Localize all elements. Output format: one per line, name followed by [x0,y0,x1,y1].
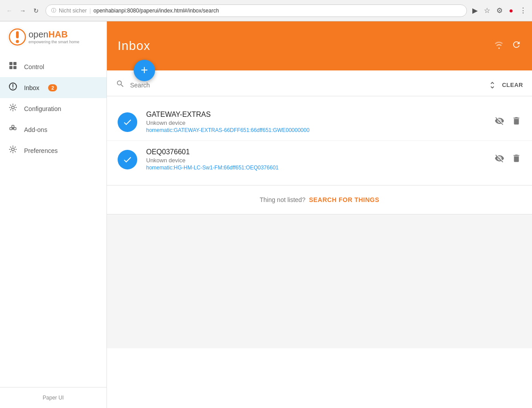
device-uid-1: homematic:GATEWAY-EXTRAS-66DFF651:66dff6… [146,127,486,133]
browser-chrome: ← → ↻ ⓘ Nicht sicher | openhabianpi:8080… [0,0,532,21]
svg-rect-5 [13,62,16,65]
main-content: Inbox + [107,21,532,408]
device-info-1: GATEWAY-EXTRAS Unkown device homematic:G… [146,111,486,133]
logo-hab-text: HAB [49,30,68,39]
svg-rect-14 [12,125,14,128]
svg-rect-6 [9,66,12,69]
svg-rect-4 [9,62,12,65]
page-title: Inbox [118,39,151,53]
configuration-icon [9,103,17,114]
configuration-label: Configuration [24,105,61,112]
sidebar-item-control[interactable]: Control [0,56,106,77]
device-type-1: Unkown device [146,120,486,126]
device-actions-1 [495,116,521,128]
delete-device-2-button[interactable] [512,153,521,165]
sidebar: open HAB empowering the smart home [0,21,107,408]
table-row: OEQ0376601 Unkown device homematic:HG-HM… [107,141,532,178]
device-check-1[interactable] [118,112,137,132]
addons-label: Add-ons [24,126,47,133]
app-container: open HAB empowering the smart home [0,21,532,408]
thing-not-listed-section: Thing not listed? SEARCH FOR THINGS [107,185,532,214]
control-label: Control [24,63,44,70]
forward-button[interactable]: → [17,5,29,16]
menu-icon[interactable]: ⋮ [518,4,528,16]
sidebar-footer: Paper UI [0,387,106,408]
extensions-icon[interactable]: ⚙ [495,4,504,16]
device-actions-2 [495,153,521,165]
device-check-2[interactable] [118,150,137,169]
hide-device-2-button[interactable] [495,153,504,165]
table-row: GATEWAY-EXTRAS Unkown device homematic:G… [107,103,532,141]
preferences-icon [9,145,17,156]
address-bar[interactable]: ⓘ Nicht sicher | openhabianpi:8080/paper… [45,4,467,17]
inbox-badge: 2 [48,84,57,91]
logo-text: open HAB empowering the smart home [29,30,79,44]
fab-plus-icon: + [141,64,148,76]
preferences-label: Preferences [24,147,57,154]
svg-point-3 [16,40,19,43]
logo-open-text: open [29,30,49,39]
wifi-icon[interactable] [494,39,504,53]
reload-button[interactable]: ↻ [30,5,42,16]
sidebar-item-inbox[interactable]: Inbox 2 [0,77,106,98]
header-actions [494,39,521,53]
bookmark-icon[interactable]: ☆ [482,4,492,16]
svg-rect-2 [16,31,19,38]
security-icon: ⓘ [51,7,56,14]
screenshot-icon[interactable]: ▶ [471,4,479,16]
page-header: Inbox + [107,21,532,70]
device-name-1: GATEWAY-EXTRAS [146,111,486,119]
empty-area [107,214,532,348]
sort-button[interactable] [488,81,497,90]
device-info-2: OEQ0376601 Unkown device homematic:HG-HM… [146,148,486,171]
grid-icon [9,62,17,72]
search-input[interactable] [130,82,483,89]
fab-add-button[interactable]: + [134,60,155,81]
svg-point-15 [12,148,14,151]
logo-icon [7,27,28,47]
device-name-2: OEQ0376601 [146,148,486,156]
not-listed-text: Thing not listed? [260,196,306,203]
sidebar-nav: Control Inbox 2 [0,53,106,387]
footer-text: Paper UI [43,395,64,401]
clear-button[interactable]: CLEAR [502,82,523,88]
device-list: GATEWAY-EXTRAS Unkown device homematic:G… [107,96,532,185]
browser-actions: ▶ ☆ ⚙ ● ⋮ [471,4,528,16]
back-button[interactable]: ← [4,5,15,16]
addons-icon [9,124,17,135]
inbox-label: Inbox [24,84,39,91]
url-text: openhabianpi:8080/paperui/index.html#/in… [94,8,219,14]
sidebar-item-preferences[interactable]: Preferences [0,140,106,161]
sidebar-item-configuration[interactable]: Configuration [0,98,106,119]
content-area: CLEAR GATEWAY-EXTRAS Unkown device homem… [107,70,532,408]
logo-area: open HAB empowering the smart home [0,21,106,53]
svg-rect-7 [13,66,16,69]
hide-device-1-button[interactable] [495,116,504,128]
security-label: Nicht sicher [59,8,87,14]
search-bar: CLEAR [107,74,532,96]
refresh-icon[interactable] [512,40,521,52]
device-type-2: Unkown device [146,157,486,164]
inbox-icon [9,82,17,93]
nav-buttons: ← → ↻ [4,5,42,16]
logo-tagline: empowering the smart home [29,40,79,44]
search-icon [116,79,125,91]
svg-point-10 [12,88,13,89]
device-uid-2: homematic:HG-HM-LC-Sw1-FM:66dff651:OEQ03… [146,165,486,171]
delete-device-1-button[interactable] [512,116,521,128]
search-for-things-link[interactable]: SEARCH FOR THINGS [309,196,379,203]
svg-point-11 [12,106,14,109]
pinterest-icon[interactable]: ● [507,5,515,16]
sidebar-item-addons[interactable]: Add-ons [0,119,106,140]
